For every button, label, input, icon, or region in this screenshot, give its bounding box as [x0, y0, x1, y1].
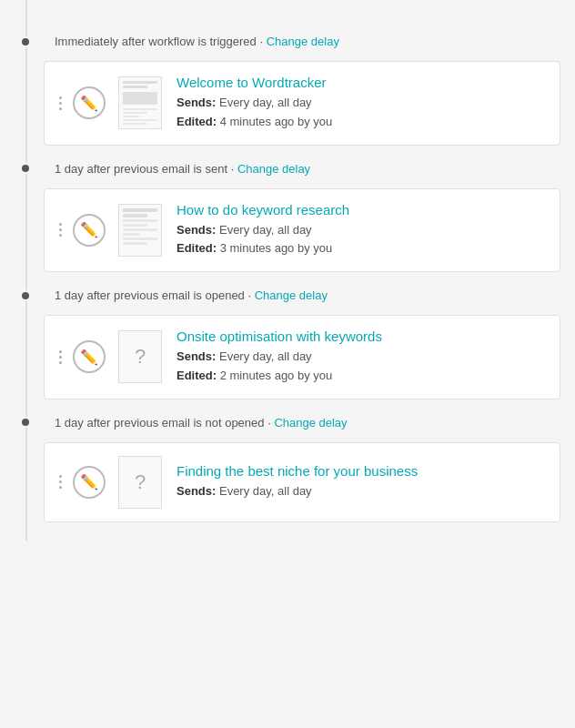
sends-label: Sends: — [177, 349, 216, 363]
drag-dot — [59, 356, 62, 359]
email-title-1[interactable]: Welcome to Wordtracker — [177, 75, 545, 90]
delay-separator-4: · — [265, 416, 275, 430]
drag-dot — [59, 475, 62, 478]
email-meta-2: Sends: Every day, all day Edited: 3 minu… — [177, 221, 545, 259]
delay-text-2: 1 day after previous email is sent · Cha… — [55, 162, 310, 176]
email-thumbnail-3: ? — [118, 330, 162, 383]
step-group-2: 1 day after previous email is sent · Cha… — [0, 146, 575, 273]
thumb-line — [123, 242, 147, 245]
thumb-line — [123, 214, 147, 217]
drag-handle-1[interactable] — [59, 96, 62, 110]
email-info-1: Welcome to Wordtracker Sends: Every day,… — [177, 75, 545, 132]
change-delay-link-2[interactable]: Change delay — [237, 162, 310, 176]
drag-dot — [59, 102, 62, 105]
thumb-line — [123, 119, 157, 121]
edited-label: Edited: — [177, 241, 217, 255]
email-card-2: ✏️ How to do keyword research Sends: Eve… — [44, 188, 560, 273]
drag-dot — [59, 223, 62, 226]
email-thumbnail-1 — [118, 76, 162, 129]
email-thumbnail-4: ? — [118, 456, 162, 509]
email-thumbnail-2 — [118, 204, 162, 257]
thumb-question-icon: ? — [123, 335, 157, 379]
step-bullet-3 — [20, 290, 31, 301]
sends-value-3: Every day, all day — [219, 349, 312, 363]
thumb-line — [123, 219, 157, 222]
sends-label: Sends: — [177, 96, 216, 109]
drag-dot — [59, 361, 62, 364]
thumb-line — [123, 228, 157, 231]
drag-dot — [59, 486, 62, 489]
thumb-line — [123, 233, 140, 236]
drag-dot — [59, 234, 62, 237]
email-card-1: ✏️ Welcome to Wordtracker Sends: Every d… — [44, 61, 560, 146]
step-group-1: Immediately after workflow is triggered … — [0, 18, 575, 146]
email-info-2: How to do keyword research Sends: Every … — [177, 202, 545, 259]
thumb-line — [123, 86, 147, 88]
sends-label: Sends: — [177, 484, 216, 498]
delay-row-2: 1 day after previous email is sent · Cha… — [0, 146, 575, 188]
workflow-container: Immediately after workflow is triggered … — [0, 0, 575, 541]
drag-dot — [59, 228, 62, 231]
email-title-3[interactable]: Onsite optimisation with keywords — [177, 329, 545, 344]
edited-label: Edited: — [177, 369, 217, 382]
delay-row-1: Immediately after workflow is triggered … — [0, 18, 575, 61]
drag-handle-3[interactable] — [59, 350, 62, 364]
email-card-4: ✏️ ? Finding the best niche for your bus… — [44, 442, 560, 522]
thumb-line — [123, 123, 147, 125]
delay-label-1: Immediately after workflow is triggered — [55, 35, 257, 48]
email-card-3: ✏️ ? Onsite optimisation with keywords S… — [44, 315, 560, 399]
thumb-line — [123, 112, 147, 114]
delay-separator-1: · — [257, 35, 267, 48]
change-delay-link-4[interactable]: Change delay — [274, 416, 347, 430]
delay-label-4: 1 day after previous email is not opened — [55, 416, 265, 430]
thumb-image — [123, 92, 157, 105]
delay-text-4: 1 day after previous email is not opened… — [55, 416, 348, 430]
delay-text-3: 1 day after previous email is opened · C… — [55, 288, 328, 302]
step-group-4: 1 day after previous email is not opened… — [0, 399, 575, 522]
delay-separator-3: · — [245, 288, 255, 302]
thumb-question-icon: ? — [123, 460, 157, 504]
drag-handle-2[interactable] — [59, 223, 62, 237]
email-meta-3: Sends: Every day, all day Edited: 2 minu… — [177, 348, 545, 386]
email-meta-4: Sends: Every day, all day — [177, 482, 545, 501]
change-delay-link-1[interactable]: Change delay — [267, 35, 339, 48]
email-info-4: Finding the best niche for your business… — [177, 463, 545, 501]
sends-label: Sends: — [177, 223, 216, 237]
edit-icon-1[interactable]: ✏️ — [73, 86, 106, 119]
delay-label-3: 1 day after previous email is opened — [55, 288, 245, 302]
thumb-line — [123, 224, 147, 227]
delay-row-4: 1 day after previous email is not opened… — [0, 399, 575, 442]
thumb-line — [123, 208, 157, 212]
drag-dot — [59, 107, 62, 110]
edited-value-2: 3 minutes ago by you — [220, 241, 333, 255]
step-group-3: 1 day after previous email is opened · C… — [0, 272, 575, 399]
edited-label: Edited: — [177, 115, 217, 128]
sends-value-2: Every day, all day — [219, 223, 312, 237]
drag-dot — [59, 480, 62, 483]
drag-handle-4[interactable] — [59, 475, 62, 489]
email-info-3: Onsite optimisation with keywords Sends:… — [177, 329, 545, 386]
delay-separator-2: · — [227, 162, 237, 176]
email-title-4[interactable]: Finding the best niche for your business — [177, 463, 545, 479]
thumb-line — [123, 81, 157, 84]
thumb-line — [123, 108, 157, 110]
step-bullet-1 — [20, 36, 31, 47]
email-title-2[interactable]: How to do keyword research — [177, 202, 545, 217]
delay-row-3: 1 day after previous email is opened · C… — [0, 272, 575, 315]
edit-icon-2[interactable]: ✏️ — [73, 214, 106, 247]
edited-value-3: 2 minutes ago by you — [220, 369, 333, 382]
drag-dot — [59, 96, 62, 99]
edit-icon-4[interactable]: ✏️ — [73, 466, 106, 499]
edited-value-1: 4 minutes ago by you — [220, 115, 333, 128]
delay-text-1: Immediately after workflow is triggered … — [55, 35, 339, 48]
step-bullet-2 — [20, 163, 31, 174]
thumb-line — [123, 116, 140, 117]
email-meta-1: Sends: Every day, all day Edited: 4 minu… — [177, 94, 545, 132]
step-bullet-4 — [20, 417, 31, 428]
change-delay-link-3[interactable]: Change delay — [255, 288, 328, 302]
sends-value-1: Every day, all day — [219, 96, 312, 109]
thumb-line — [123, 238, 157, 240]
delay-label-2: 1 day after previous email is sent — [55, 162, 227, 176]
edit-icon-3[interactable]: ✏️ — [73, 340, 106, 373]
drag-dot — [59, 350, 62, 353]
